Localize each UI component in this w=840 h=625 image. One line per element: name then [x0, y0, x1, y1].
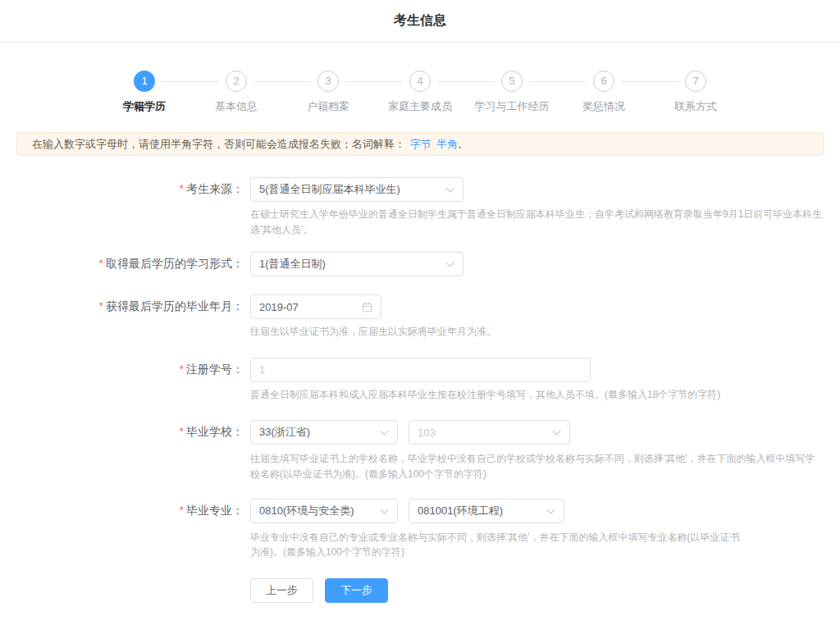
- label-text: 考生来源：: [186, 182, 244, 195]
- select-value: 5(普通全日制应届本科毕业生): [259, 182, 400, 197]
- label-text: 毕业学校：: [186, 425, 244, 438]
- form-row-student-id: *注册学号： 1: [0, 358, 840, 382]
- select-value: 081001(环境工程): [418, 504, 503, 518]
- help-text-graduation-date: 往届生以毕业证书为准，应届生以实际将毕业年月为准。: [250, 324, 496, 340]
- step-number: 7: [685, 71, 706, 92]
- select-value: 33(浙江省): [259, 425, 310, 440]
- page-title: 考生信息: [394, 12, 446, 30]
- calendar-icon: [362, 302, 372, 312]
- required-asterisk: *: [99, 257, 103, 270]
- step-number: 5: [501, 71, 523, 92]
- step-5[interactable]: 5学习与工作经历: [466, 71, 558, 114]
- school-province-select[interactable]: 33(浙江省): [250, 420, 398, 445]
- page-header: 考生信息: [0, 0, 840, 43]
- step-label: 基本信息: [190, 99, 282, 114]
- warning-text: 在输入数字或字母时，请使用半角字符，否则可能会造成报名失败；名词解释：: [32, 137, 405, 152]
- label-text: 取得最后学历的学习形式：: [106, 257, 244, 270]
- help-row: 毕业专业中没有自己的专业或专业名称与实际不同，则选择'其他'，并在下面的输入框中…: [0, 530, 840, 560]
- select-value: 103: [418, 427, 436, 439]
- step-1[interactable]: 1学籍学历: [98, 71, 190, 114]
- input-value: 1: [259, 363, 265, 376]
- form-row-graduation-date: *获得最后学历的毕业年月： 2019-07: [0, 294, 840, 319]
- label-text: 获得最后学历的毕业年月：: [106, 299, 244, 312]
- step-label: 户籍档案: [282, 99, 374, 114]
- form-row-study-form: *取得最后学历的学习形式： 1(普通全日制): [0, 252, 840, 276]
- stepper: 1学籍学历2基本信息3户籍档案4家庭主要成员5学习与工作经历6奖惩情况7联系方式: [98, 71, 742, 114]
- step-label: 学习与工作经历: [466, 99, 558, 114]
- chevron-down-icon: [547, 505, 555, 513]
- warning-banner: 在输入数字或字母时，请使用半角字符，否则可能会造成报名失败；名词解释： 字节 半…: [16, 132, 824, 156]
- study-form-select[interactable]: 1(普通全日制): [250, 252, 463, 276]
- step-label: 家庭主要成员: [374, 99, 466, 114]
- step-label: 联系方式: [650, 99, 742, 114]
- required-asterisk: *: [99, 299, 103, 312]
- select-value: 0810(环境与安全类): [259, 504, 354, 518]
- required-asterisk: *: [180, 182, 184, 195]
- step-7[interactable]: 7联系方式: [650, 71, 742, 114]
- chevron-down-icon: [553, 427, 561, 436]
- chevron-down-icon: [446, 259, 454, 267]
- date-value: 2019-07: [259, 301, 299, 313]
- help-row: 普通全日制应届本科和成人应届本科毕业生按在校注册学号填写，其他人员不填。(最多输…: [0, 387, 840, 403]
- step-2[interactable]: 2基本信息: [190, 71, 282, 114]
- form-row-candidate-source: *考生来源： 5(普通全日制应届本科毕业生): [0, 177, 840, 202]
- chevron-down-icon: [381, 505, 389, 513]
- next-step-button[interactable]: 下一步: [325, 578, 388, 603]
- step-3[interactable]: 3户籍档案: [282, 71, 374, 114]
- help-text-candidate-source: 在硕士研究生入学年份毕业的普通全日制学生属于普通全日制应届本科毕业生；自学考试和…: [250, 207, 824, 237]
- school-name-select[interactable]: 103: [409, 420, 570, 445]
- major-name-select[interactable]: 081001(环境工程): [409, 499, 564, 523]
- label-text: 注册学号：: [186, 363, 244, 376]
- required-asterisk: *: [180, 363, 184, 376]
- step-4[interactable]: 4家庭主要成员: [374, 71, 466, 114]
- step-number: 1: [134, 71, 155, 92]
- link-byte[interactable]: 字节: [410, 137, 431, 152]
- step-number: 3: [317, 71, 339, 92]
- field-label-study-form: *取得最后学历的学习形式：: [0, 257, 244, 271]
- required-asterisk: *: [180, 504, 184, 517]
- help-text-graduation-school: 往届生填写毕业证书上的学校名称，毕业学校中没有自己的学校或学校名称与实际不同，则…: [250, 451, 824, 481]
- help-row: 往届生填写毕业证书上的学校名称，毕业学校中没有自己的学校或学校名称与实际不同，则…: [0, 451, 840, 481]
- select-value: 1(普通全日制): [259, 257, 326, 271]
- step-number: 4: [409, 71, 431, 92]
- chevron-down-icon: [381, 427, 389, 436]
- field-label-graduation-school: *毕业学校：: [0, 425, 244, 440]
- major-category-select[interactable]: 0810(环境与安全类): [250, 499, 398, 523]
- required-asterisk: *: [180, 425, 184, 438]
- form-row-graduation-school: *毕业学校： 33(浙江省) 103: [0, 420, 840, 445]
- field-label-graduation-major: *毕业专业：: [0, 504, 244, 518]
- prev-step-button[interactable]: 上一步: [250, 578, 313, 603]
- field-label-candidate-source: *考生来源：: [0, 182, 244, 197]
- chevron-down-icon: [446, 185, 454, 193]
- candidate-info-form: *考生来源： 5(普通全日制应届本科毕业生) 在硕士研究生入学年份毕业的普通全日…: [0, 177, 840, 603]
- help-text-graduation-major: 毕业专业中没有自己的专业或专业名称与实际不同，则选择'其他'，并在下面的输入框中…: [250, 530, 749, 560]
- candidate-source-select[interactable]: 5(普通全日制应届本科毕业生): [250, 177, 463, 202]
- field-label-graduation-date: *获得最后学历的毕业年月：: [0, 299, 244, 314]
- student-id-input[interactable]: 1: [250, 358, 591, 382]
- link-halfwidth[interactable]: 半角: [436, 137, 458, 152]
- form-actions: 上一步 下一步: [0, 578, 840, 603]
- field-label-student-id: *注册学号：: [0, 363, 244, 377]
- warning-text-suffix: 。: [458, 137, 468, 152]
- graduation-date-input[interactable]: 2019-07: [250, 294, 381, 319]
- help-text-student-id: 普通全日制应届本科和成人应届本科毕业生按在校注册学号填写，其他人员不填。(最多输…: [250, 387, 720, 403]
- step-label: 奖惩情况: [558, 99, 650, 114]
- help-row: 在硕士研究生入学年份毕业的普通全日制学生属于普通全日制应届本科毕业生；自学考试和…: [0, 207, 840, 237]
- label-text: 毕业专业：: [186, 504, 244, 517]
- step-label: 学籍学历: [98, 99, 190, 114]
- help-row: 往届生以毕业证书为准，应届生以实际将毕业年月为准。: [0, 324, 840, 340]
- step-number: 2: [226, 71, 247, 92]
- step-number: 6: [593, 71, 614, 92]
- step-6[interactable]: 6奖惩情况: [558, 71, 650, 114]
- form-row-graduation-major: *毕业专业： 0810(环境与安全类) 081001(环境工程): [0, 499, 840, 523]
